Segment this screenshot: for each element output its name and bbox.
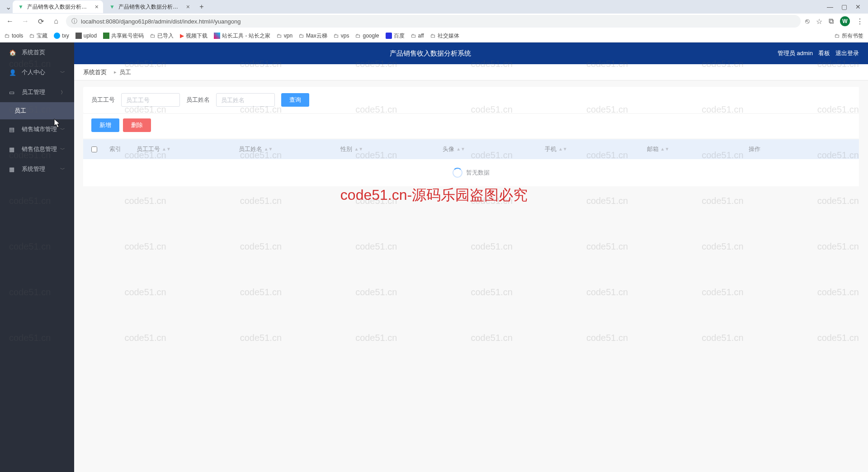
close-tab-icon[interactable]: × — [186, 3, 190, 10]
query-button[interactable]: 查询 — [281, 93, 309, 107]
kanban-link[interactable]: 看板 — [818, 49, 830, 57]
folder-icon: 🗀 — [299, 33, 304, 39]
minimize-icon[interactable]: ― — [827, 3, 833, 10]
sort-icon[interactable]: ▲▼ — [456, 148, 465, 151]
bookmark-item[interactable]: 🗀aff — [411, 33, 424, 39]
maximize-icon[interactable]: ▢ — [841, 3, 847, 10]
bookmark-item[interactable]: 🗀vpn — [277, 33, 292, 39]
window-controls: ― ▢ ✕ — [827, 3, 868, 10]
table: 索引 员工工号▲▼ 员工姓名▲▼ 性别▲▼ 头像▲▼ 手机▲▼ 邮箱▲▼ 操作 … — [83, 139, 859, 186]
home-icon: 🏠 — [9, 49, 17, 56]
table-body-empty: 暂无数据 — [83, 159, 859, 186]
bookmark-item[interactable]: 🗀Max云梯 — [299, 32, 327, 40]
tab-bar: ⌄ ▼ 产品销售收入数据分析系统 × ▼ 产品销售收入数据分析系统 × + ― … — [0, 0, 868, 14]
bookmark-item[interactable]: 百度 — [386, 32, 405, 40]
bookmark-star-icon[interactable]: ☆ — [816, 17, 822, 26]
staff-icon: ▭ — [9, 89, 17, 96]
th-index[interactable]: 索引 — [109, 145, 137, 153]
bookmark-item[interactable]: 站长工具 - 站长之家 — [214, 32, 270, 40]
sidebar-item-label: 销售信息管理 — [22, 145, 57, 153]
sort-icon[interactable]: ▲▼ — [162, 148, 171, 151]
address-bar: ← → ⟳ ⌂ ⓘ localhost:8080/django61p8r/adm… — [0, 14, 868, 29]
city-icon: ▤ — [9, 126, 17, 133]
bookmark-item[interactable]: 🗀google — [355, 33, 379, 39]
zz-icon — [214, 33, 220, 39]
sidebar-subitem-employee[interactable]: 员工 — [0, 102, 74, 119]
sidebar-item-home[interactable]: 🏠 系统首页 — [0, 42, 74, 62]
sidebar-item-label: 销售城市管理 — [22, 125, 57, 133]
delete-button[interactable]: 删除 — [123, 118, 151, 132]
bookmark-item[interactable]: 🗀宝藏 — [29, 32, 47, 40]
action-row: 新增 删除 — [83, 114, 859, 138]
extensions-icon[interactable]: ⧉ — [829, 17, 834, 25]
bt-icon — [103, 33, 109, 39]
tabs-dropdown-icon[interactable]: ⌄ — [4, 3, 13, 11]
sidebar-item-personal[interactable]: 👤 个人中心 ﹀ — [0, 62, 74, 82]
sidebar-item-label: 个人中心 — [22, 68, 45, 76]
folder-icon: 🗀 — [150, 33, 156, 39]
admin-label[interactable]: 管理员 admin — [778, 49, 813, 57]
sort-icon[interactable]: ▲▼ — [558, 148, 567, 151]
bookmarks-bar: 🗀tools 🗀宝藏 txy uplod 共享账号密码 🗀已导入 ▶视频下载 站… — [0, 29, 868, 42]
bookmark-item[interactable]: txy — [54, 33, 69, 39]
profile-avatar[interactable]: W — [840, 16, 850, 26]
new-tab-button[interactable]: + — [195, 3, 208, 11]
sort-icon[interactable]: ▲▼ — [264, 148, 273, 151]
bookmark-item[interactable]: 🗀vps — [334, 33, 349, 39]
emp-id-label: 员工工号 — [91, 96, 115, 104]
forward-button[interactable]: → — [20, 17, 31, 25]
chevron-up-icon: ︿ — [59, 90, 66, 95]
th-checkbox[interactable] — [91, 146, 109, 152]
translate-icon[interactable]: ⎋ — [805, 17, 810, 25]
th-gender[interactable]: 性别▲▼ — [340, 145, 443, 153]
th-empname[interactable]: 员工姓名▲▼ — [239, 145, 341, 153]
sidebar-item-staff[interactable]: ▭ 员工管理 ︿ — [0, 82, 74, 102]
emp-name-input[interactable] — [216, 93, 275, 107]
menu-icon[interactable]: ⋮ — [856, 17, 863, 26]
topbar: 产品销售收入数据分析系统 管理员 admin 看板 退出登录 — [74, 42, 868, 64]
bookmark-item[interactable]: 🗀已导入 — [150, 32, 174, 40]
sort-icon[interactable]: ▲▼ — [354, 148, 363, 151]
chevron-down-icon: ﹀ — [60, 126, 65, 133]
th-email[interactable]: 邮箱▲▼ — [647, 145, 749, 153]
topbar-title: 产品销售收入数据分析系统 — [83, 49, 778, 58]
close-tab-icon[interactable]: × — [95, 3, 99, 10]
sidebar: 🏠 系统首页 👤 个人中心 ﹀ ▭ 员工管理 ︿ 员工 ▤ 销售城市管理 ﹀ ▦… — [0, 42, 74, 472]
vue-favicon-icon: ▼ — [17, 3, 24, 10]
sort-icon[interactable]: ▲▼ — [660, 148, 670, 151]
home-button[interactable]: ⌂ — [51, 17, 61, 25]
add-button[interactable]: 新增 — [91, 118, 119, 132]
browser-tab-active[interactable]: ▼ 产品销售收入数据分析系统 × — [13, 0, 103, 13]
bookmark-item[interactable]: 🗀社交媒体 — [430, 32, 459, 40]
url-input[interactable]: ⓘ localhost:8080/django61p8r/admin/dist/… — [66, 15, 801, 28]
back-button[interactable]: ← — [5, 17, 15, 25]
sidebar-item-label: 员工管理 — [22, 88, 45, 96]
breadcrumb-home[interactable]: 系统首页 — [83, 68, 107, 76]
sidebar-item-system[interactable]: ▦ 系统管理 ﹀ — [0, 159, 74, 179]
reload-button[interactable]: ⟳ — [35, 17, 46, 26]
th-empid[interactable]: 员工工号▲▼ — [137, 145, 239, 153]
sidebar-item-salesinfo[interactable]: ▦ 销售信息管理 ﹀ — [0, 139, 74, 159]
site-info-icon[interactable]: ⓘ — [71, 17, 77, 25]
bookmark-item[interactable]: 🗀tools — [5, 33, 23, 39]
topbar-right: 管理员 admin 看板 退出登录 — [778, 49, 859, 57]
th-avatar[interactable]: 头像▲▼ — [443, 145, 545, 153]
select-all-checkbox[interactable] — [91, 146, 97, 152]
app-container: 🏠 系统首页 👤 个人中心 ﹀ ▭ 员工管理 ︿ 员工 ▤ 销售城市管理 ﹀ ▦… — [0, 42, 868, 472]
vue-favicon-icon: ▼ — [108, 3, 116, 10]
browser-tab[interactable]: ▼ 产品销售收入数据分析系统 × — [104, 0, 194, 13]
close-window-icon[interactable]: ✕ — [855, 3, 861, 10]
th-phone[interactable]: 手机▲▼ — [545, 145, 647, 153]
bookmark-item[interactable]: ▶视频下载 — [180, 32, 208, 40]
folder-icon: 🗀 — [5, 33, 10, 39]
folder-icon: 🗀 — [277, 33, 282, 39]
txy-icon — [54, 33, 60, 39]
bookmark-item[interactable]: uplod — [75, 33, 97, 39]
all-bookmarks[interactable]: 🗀所有书签 — [835, 32, 863, 40]
bookmark-item[interactable]: 共享账号密码 — [103, 32, 144, 40]
sidebar-item-city[interactable]: ▤ 销售城市管理 ﹀ — [0, 119, 74, 139]
emp-id-input[interactable] — [121, 93, 180, 107]
logout-link[interactable]: 退出登录 — [835, 49, 859, 57]
video-icon: ▶ — [180, 33, 184, 39]
baidu-icon — [386, 33, 392, 39]
